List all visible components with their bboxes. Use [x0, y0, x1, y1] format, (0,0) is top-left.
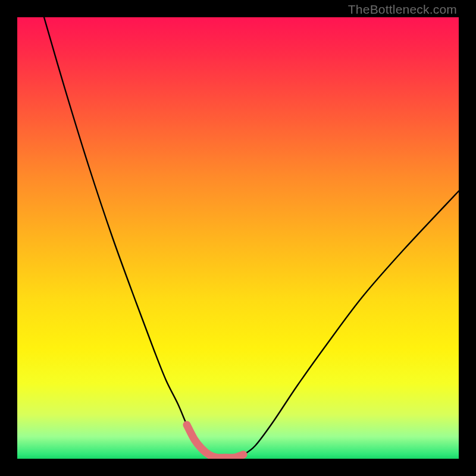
plot-area: [17, 17, 459, 459]
bottleneck-curve-path: [44, 17, 459, 458]
sweet-spot-highlight: [187, 425, 243, 458]
bottleneck-curve-svg: [17, 17, 459, 459]
watermark-text: TheBottleneck.com: [348, 2, 457, 17]
chart-frame: TheBottleneck.com: [0, 0, 476, 476]
